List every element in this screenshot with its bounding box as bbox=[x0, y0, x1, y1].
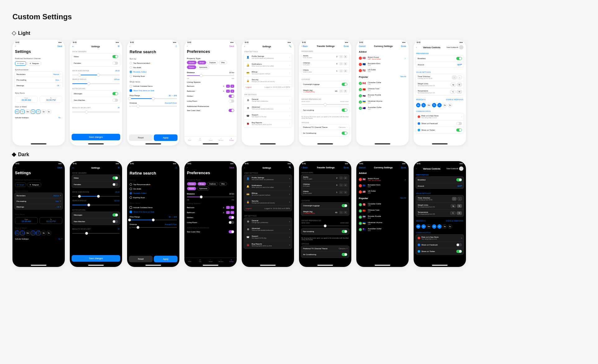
from-time[interactable]: From09:00 AM bbox=[15, 96, 38, 103]
tab-saved[interactable]: ♡Saved bbox=[205, 138, 216, 141]
profile-row[interactable]: 👤Profile SettingsUser profile details an… bbox=[244, 54, 292, 61]
back-icon[interactable]: ‹ bbox=[15, 166, 16, 169]
tab-account[interactable]: ☺Account bbox=[216, 259, 226, 262]
messages-toggle[interactable] bbox=[112, 213, 118, 217]
bedroom-minus[interactable]: − bbox=[226, 206, 230, 209]
reset-button[interactable]: Reset bbox=[129, 134, 153, 141]
back-button[interactable]: ‹ Back bbox=[301, 45, 308, 47]
bookmark-icon[interactable]: ▯ bbox=[176, 166, 177, 169]
timer-down[interactable]: ↓ bbox=[458, 76, 462, 79]
tab-saved[interactable]: ♡Saved bbox=[205, 259, 216, 262]
nonsmoke-toggle[interactable] bbox=[342, 230, 347, 233]
advanced-row[interactable]: ⚙AdvancedTune up more detailed preferenc… bbox=[244, 226, 292, 233]
chip-bungs[interactable]: Bungs bbox=[197, 61, 206, 64]
overweight-toggle[interactable] bbox=[342, 83, 347, 86]
tab-account[interactable]: ☺Account bbox=[216, 138, 226, 141]
radio-recent[interactable]: Recently Added bbox=[130, 191, 177, 195]
notif-row[interactable]: 🔔NotificationsWhen would you want to be … bbox=[244, 61, 292, 69]
prereading-row[interactable]: Pre-readingAuto› bbox=[15, 198, 63, 204]
temp-f[interactable]: °F bbox=[457, 211, 462, 215]
seeall-link[interactable]: See All bbox=[400, 76, 406, 78]
back-icon[interactable]: ‹ bbox=[244, 167, 245, 169]
general-row[interactable]: ⚙GeneralChange App's preferences› bbox=[244, 218, 292, 226]
add-cad[interactable]: + bbox=[359, 203, 362, 206]
menu-icon[interactable]: ≡ bbox=[72, 167, 74, 169]
done-button[interactable]: Done bbox=[401, 45, 406, 47]
search-icon[interactable]: 🔍 bbox=[289, 166, 292, 169]
save-changes-button[interactable]: Save changes bbox=[72, 134, 120, 140]
remove-usd[interactable]: − bbox=[359, 190, 362, 194]
dist-slider[interactable] bbox=[187, 75, 234, 76]
adults-plus[interactable]: + bbox=[344, 176, 347, 180]
adults-plus[interactable]: + bbox=[344, 55, 347, 58]
living-toggle[interactable] bbox=[229, 100, 234, 103]
unit-kg[interactable]: kg bbox=[451, 83, 456, 86]
back-icon[interactable]: ‹ bbox=[130, 167, 130, 169]
fb-toggle[interactable] bbox=[456, 243, 462, 246]
add-aud[interactable]: + bbox=[359, 228, 362, 231]
back-icon[interactable]: ‹ bbox=[187, 166, 187, 169]
tw-toggle[interactable] bbox=[456, 128, 462, 132]
messages-toggle[interactable] bbox=[112, 92, 118, 95]
dist-slider[interactable] bbox=[131, 227, 177, 228]
support-row[interactable]: ☎SupportGet support for this App› bbox=[244, 112, 292, 120]
add-uah[interactable]: + bbox=[359, 100, 362, 104]
living-toggle[interactable] bbox=[229, 221, 234, 224]
radio-expiring[interactable]: Expiring Soon bbox=[130, 74, 177, 78]
temp-f[interactable]: °F bbox=[457, 90, 462, 94]
driver-slider[interactable] bbox=[301, 226, 349, 226]
radio-top[interactable]: Top Recommended ● bbox=[130, 182, 177, 187]
chip-duplexes[interactable]: Duplexes bbox=[207, 61, 218, 64]
limit-slider[interactable] bbox=[72, 233, 120, 234]
remove-gbp[interactable]: − bbox=[359, 178, 362, 181]
temp-c[interactable]: °C bbox=[450, 90, 456, 94]
bedroom-plus[interactable]: + bbox=[230, 85, 234, 88]
males-toggle[interactable] bbox=[112, 176, 118, 180]
matches-toggle[interactable] bbox=[112, 220, 118, 223]
billing-row[interactable]: 💳BillingsSet up your payment methods› bbox=[244, 190, 292, 198]
weight-plus[interactable]: + bbox=[344, 211, 347, 214]
weight-minus[interactable]: − bbox=[339, 90, 343, 93]
children-plus[interactable]: + bbox=[344, 184, 347, 187]
dist-slider[interactable] bbox=[131, 106, 177, 106]
reset-button[interactable]: Reset bbox=[129, 256, 153, 262]
done-button[interactable]: Done bbox=[401, 166, 406, 169]
ac-toggle[interactable] bbox=[342, 253, 347, 256]
chip-rooms[interactable]: Rooms bbox=[187, 65, 196, 69]
bedroom-plus[interactable]: + bbox=[230, 206, 234, 209]
chip-villas[interactable]: Villas bbox=[219, 182, 227, 186]
tab-cart[interactable]: 🛒Cart bbox=[195, 138, 206, 141]
overweight-toggle[interactable] bbox=[342, 204, 347, 207]
add-cny[interactable]: + bbox=[359, 209, 362, 212]
tv-row[interactable]: Preferred TV Channel ThemeCartoons› bbox=[301, 124, 349, 130]
remove-eur[interactable]: − bbox=[359, 184, 362, 187]
email-option[interactable]: ✉ Email bbox=[15, 183, 26, 187]
gear-icon[interactable]: ⚙ bbox=[118, 166, 120, 169]
telegram-option[interactable]: ✈ Telegram bbox=[27, 61, 41, 66]
kitchen-toggle[interactable] bbox=[229, 95, 234, 98]
temp-c[interactable]: °C bbox=[450, 211, 456, 215]
ac-toggle[interactable] bbox=[342, 132, 347, 135]
from-time[interactable]: From09:00 AM bbox=[15, 217, 38, 224]
tab-feed[interactable]: ⌂Feed bbox=[184, 138, 195, 141]
meetings-row[interactable]: MeetingsOff› bbox=[15, 83, 63, 88]
adults-minus[interactable]: − bbox=[339, 176, 343, 180]
add-cny[interactable]: + bbox=[359, 88, 362, 91]
logout-button[interactable]: Logout bbox=[246, 208, 264, 209]
children-plus[interactable]: + bbox=[344, 62, 347, 65]
search-icon[interactable]: 🔍 bbox=[289, 45, 292, 48]
apply-button[interactable]: Apply bbox=[154, 256, 178, 262]
timer-up[interactable]: ↑ bbox=[452, 197, 457, 201]
bathroom-minus[interactable]: − bbox=[226, 211, 230, 214]
radius-slider[interactable] bbox=[72, 205, 120, 205]
children-minus[interactable]: − bbox=[339, 62, 343, 65]
seeall-link[interactable]: See All bbox=[400, 197, 406, 200]
matches-toggle[interactable] bbox=[112, 99, 118, 102]
infants-plus[interactable]: + bbox=[344, 191, 347, 194]
gear-icon[interactable]: ⚙ bbox=[118, 45, 120, 48]
infants-plus[interactable]: + bbox=[344, 69, 347, 72]
nonsmoke-toggle[interactable] bbox=[342, 109, 347, 112]
chip-apartments[interactable]: Apartments bbox=[197, 65, 210, 69]
infants-minus[interactable]: − bbox=[339, 191, 343, 194]
billing-row[interactable]: 💳BillingsSet up your payment methods› bbox=[244, 69, 292, 77]
